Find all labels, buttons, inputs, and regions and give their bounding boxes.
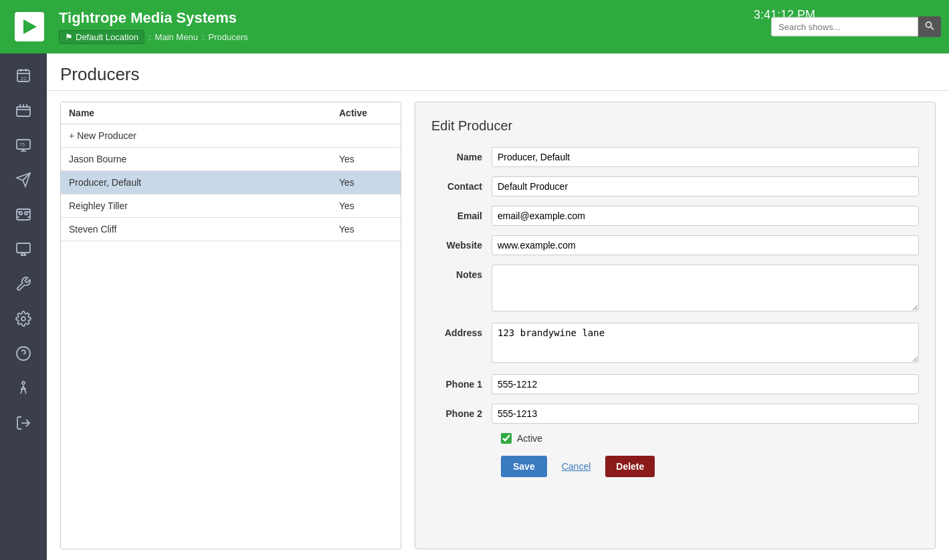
form-row-notes: Notes	[431, 265, 919, 313]
active-label: Active	[517, 433, 542, 444]
producer-name: Jason Bourne	[69, 154, 339, 164]
active-row: Active	[501, 433, 919, 444]
location-icon: ⚑	[65, 32, 73, 42]
edit-title: Edit Producer	[431, 118, 919, 134]
new-producer-row[interactable]: + New Producer	[61, 124, 401, 148]
sidebar-item-send[interactable]	[0, 163, 47, 196]
form-row-address: Address 123 brandywine lane	[431, 323, 919, 365]
website-label: Website	[431, 235, 492, 251]
table-row[interactable]: Reighley Tiller Yes	[61, 194, 401, 218]
address-field: 123 brandywine lane	[492, 323, 919, 365]
svg-rect-21	[19, 212, 22, 215]
sidebar-item-monitor[interactable]	[0, 233, 47, 266]
producers-layout: Name Active + New Producer Jason Bourne …	[47, 91, 949, 560]
location-label: Default Location	[76, 32, 138, 42]
producer-active: Yes	[339, 224, 393, 235]
breadcrumb-sep-1: :	[148, 32, 151, 42]
email-label: Email	[431, 206, 492, 221]
search-button[interactable]	[918, 17, 941, 37]
sidebar-item-logout[interactable]	[0, 406, 47, 440]
producer-active: Yes	[339, 200, 393, 211]
sidebar-item-film[interactable]	[0, 198, 47, 231]
breadcrumb-page: Producers	[209, 32, 248, 42]
active-checkbox[interactable]	[501, 433, 512, 444]
list-header: Name Active	[61, 102, 401, 124]
sidebar-item-settings[interactable]	[0, 302, 47, 335]
svg-text:22: 22	[21, 76, 27, 82]
sidebar-item-accessibility[interactable]	[0, 372, 47, 405]
new-producer-label: New Producer	[77, 130, 136, 141]
website-input[interactable]	[492, 235, 919, 255]
page-title: Producers	[60, 64, 936, 85]
svg-point-30	[17, 347, 30, 360]
plus-icon: +	[69, 130, 74, 141]
form-row-phone2: Phone 2	[431, 404, 919, 424]
producer-name: Producer, Default	[69, 177, 339, 188]
sidebar-item-media[interactable]	[0, 94, 47, 127]
logo-icon	[15, 12, 44, 41]
search-input[interactable]	[771, 17, 918, 37]
form-buttons: Save Cancel Delete	[501, 456, 919, 477]
svg-line-2	[931, 27, 934, 30]
svg-point-29	[21, 317, 25, 321]
svg-text:75: 75	[19, 142, 25, 147]
logo-box	[8, 0, 51, 53]
notes-field	[492, 265, 919, 313]
breadcrumb-location[interactable]: ⚑ Default Location	[59, 30, 144, 44]
main-layout: 22 75	[0, 53, 949, 560]
svg-rect-20	[17, 209, 30, 220]
form-row-phone1: Phone 1	[431, 374, 919, 394]
name-label: Name	[431, 147, 492, 162]
sidebar-item-tools[interactable]	[0, 267, 47, 301]
name-field	[492, 147, 919, 167]
notes-textarea[interactable]	[492, 265, 919, 311]
phone1-label: Phone 1	[431, 374, 492, 390]
col-header-active: Active	[339, 108, 393, 118]
svg-point-1	[926, 22, 932, 27]
address-textarea[interactable]: 123 brandywine lane	[492, 323, 919, 363]
form-row-name: Name	[431, 147, 919, 167]
notes-label: Notes	[431, 265, 492, 280]
producer-active: Yes	[339, 154, 393, 164]
email-field	[492, 206, 919, 226]
phone1-input[interactable]	[492, 374, 919, 394]
table-row[interactable]: Jason Bourne Yes	[61, 148, 401, 171]
name-input[interactable]	[492, 147, 919, 167]
table-row[interactable]: Producer, Default Yes	[61, 171, 401, 194]
page-title-bar: Producers	[47, 53, 949, 91]
email-input[interactable]	[492, 206, 919, 226]
contact-input[interactable]	[492, 176, 919, 196]
address-label: Address	[431, 323, 492, 338]
phone2-input[interactable]	[492, 404, 919, 424]
producer-name: Steven Cliff	[69, 224, 339, 235]
sidebar: 22 75	[0, 53, 47, 560]
svg-rect-22	[25, 212, 27, 215]
svg-marker-0	[23, 19, 37, 34]
breadcrumb-menu[interactable]: Main Menu	[155, 32, 198, 42]
col-header-name: Name	[69, 108, 339, 118]
website-field	[492, 235, 919, 255]
edit-panel: Edit Producer Name Contact Email	[415, 102, 936, 549]
breadcrumb-sep-2: :	[202, 32, 205, 42]
sidebar-item-encoder[interactable]: 75	[0, 128, 47, 162]
delete-button[interactable]: Delete	[605, 456, 655, 477]
phone2-label: Phone 2	[431, 404, 492, 419]
producer-name: Reighley Tiller	[69, 200, 339, 211]
contact-label: Contact	[431, 176, 492, 192]
form-row-email: Email	[431, 206, 919, 226]
contact-field	[492, 176, 919, 196]
svg-point-32	[22, 382, 25, 384]
producer-active: Yes	[339, 177, 393, 188]
producers-list: Name Active + New Producer Jason Bourne …	[60, 102, 401, 549]
content-area: Producers Name Active + New Producer Jas…	[47, 53, 949, 560]
cancel-button[interactable]: Cancel	[552, 456, 601, 477]
search-box	[771, 17, 941, 37]
sidebar-item-calendar[interactable]: 22	[0, 59, 47, 92]
table-row[interactable]: Steven Cliff Yes	[61, 218, 401, 241]
form-row-website: Website	[431, 235, 919, 255]
save-button[interactable]: Save	[501, 456, 547, 477]
form-row-contact: Contact	[431, 176, 919, 196]
top-header: Tightrope Media Systems ⚑ Default Locati…	[0, 0, 949, 53]
svg-rect-8	[17, 107, 30, 116]
sidebar-item-help[interactable]	[0, 337, 47, 370]
